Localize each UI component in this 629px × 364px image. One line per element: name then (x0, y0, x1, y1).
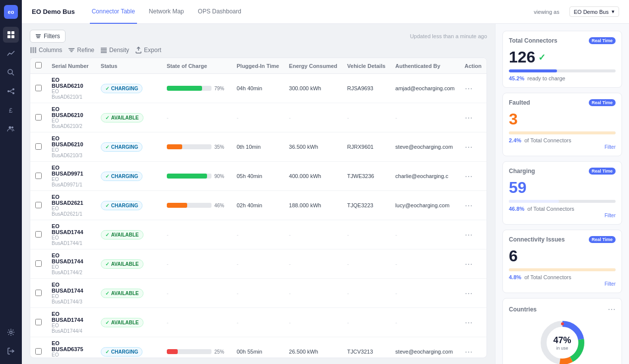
cell-vehicle: TJWE3236 (342, 162, 390, 191)
select-all-checkbox[interactable] (35, 62, 42, 68)
total-connectors-value: 126 ✓ (509, 48, 616, 66)
faulted-sub: 2.4% of Total Connectors Filter (509, 137, 616, 150)
faulted-title: Faulted (509, 99, 530, 106)
sidebar-item-currency[interactable]: £ (3, 102, 19, 118)
refine-button[interactable]: Refine (68, 47, 94, 54)
table-toolbar: Columns Refine Density Export (30, 47, 487, 54)
table-row: EO BUSAD1744 EO BusAD1744/3 ✓ AVAILABLE … (30, 279, 487, 308)
viewing-as-selector[interactable]: EO Demo Bus ▾ (569, 6, 619, 17)
density-button[interactable]: Density (100, 47, 129, 54)
row-checkbox-9[interactable] (35, 348, 42, 355)
cell-vehicle: - (342, 249, 390, 279)
connector-table: Serial Number Status State of Charge Plu… (30, 58, 487, 358)
cell-auth: - (390, 103, 459, 132)
cell-plugged: - (232, 103, 284, 132)
row-checkbox-6[interactable] (35, 260, 42, 267)
row-checkbox-3[interactable] (35, 173, 42, 179)
tab-network-map[interactable]: Network Map (147, 0, 186, 24)
countries-menu-button[interactable]: ⋯ (608, 304, 616, 314)
row-checkbox-2[interactable] (35, 143, 42, 150)
faulted-header: Faulted Real Time (509, 99, 616, 106)
svg-point-7 (12, 88, 14, 90)
svg-text:£: £ (9, 107, 13, 114)
sidebar-item-search[interactable] (3, 64, 19, 80)
svg-point-8 (12, 92, 14, 94)
cell-plugged: 0th 10min (232, 132, 284, 162)
sidebar-item-settings[interactable] (3, 324, 19, 340)
cell-auth: - (390, 308, 459, 337)
cell-serial: EO BUSAD2621 EO BusAD2621/1 (47, 191, 96, 220)
faulted-bar (509, 131, 616, 134)
main-content: EO Demo Bus Connector Table Network Map … (22, 0, 629, 364)
row-checkbox-8[interactable] (35, 319, 42, 325)
columns-button[interactable]: Columns (30, 47, 62, 54)
updated-timestamp: Updated less than a minute ago (410, 33, 487, 39)
cell-serial: EO BUSAD6210 EO BusAD6210/1 (47, 74, 96, 103)
connectivity-filter-link[interactable]: Filter (509, 281, 616, 287)
faulted-filter-link[interactable]: Filter (509, 144, 616, 150)
row-checkbox-0[interactable] (35, 85, 42, 91)
svg-rect-0 (7, 31, 10, 34)
row-action-button-3[interactable]: ⋯ (465, 172, 473, 181)
svg-point-13 (11, 126, 13, 128)
svg-rect-20 (33, 47, 34, 53)
filter-button[interactable]: Filters (30, 30, 66, 43)
cell-vehicle: RJSA9693 (342, 74, 390, 103)
cell-serial: EO BUSAD6210 EO BusAD6210/2 (47, 103, 96, 132)
sidebar-item-logout[interactable] (3, 343, 19, 359)
filter-icon (35, 33, 41, 39)
cell-vehicle: - (342, 220, 390, 249)
app-logo[interactable]: eo (4, 5, 18, 19)
row-checkbox-5[interactable] (35, 231, 42, 238)
row-checkbox-1[interactable] (35, 114, 42, 121)
sidebar-item-chart[interactable] (3, 46, 19, 61)
status-badge: ✓ CHARGING (101, 172, 142, 181)
row-action-button-2[interactable]: ⋯ (465, 143, 473, 151)
row-action-button-7[interactable]: ⋯ (465, 289, 473, 298)
row-action-button-1[interactable]: ⋯ (465, 114, 473, 122)
cell-energy: - (284, 249, 342, 279)
charging-card: Charging Real Time 59 46.8% of Total Con… (502, 161, 622, 225)
row-checkbox-4[interactable] (35, 202, 42, 208)
cell-plugged: 00h 55min (232, 337, 284, 359)
cell-vehicle: - (342, 103, 390, 132)
row-action-button-9[interactable]: ⋯ (465, 348, 473, 356)
cell-soc: 79% (162, 74, 232, 103)
status-badge: ✓ CHARGING (101, 201, 142, 210)
cell-soc: 46% (162, 191, 232, 220)
soc-bar: 25% (167, 349, 227, 355)
cell-action: ⋯ (460, 132, 487, 162)
cell-plugged: 05h 40min (232, 162, 284, 191)
faulted-value: 3 (509, 110, 616, 128)
cell-status: ✓ AVAILABLE (96, 249, 162, 279)
refine-icon (68, 47, 75, 54)
row-checkbox-7[interactable] (35, 290, 42, 296)
row-action-button-8[interactable]: ⋯ (465, 318, 473, 327)
row-action-button-4[interactable]: ⋯ (465, 201, 473, 210)
sidebar-item-grid[interactable] (3, 27, 19, 43)
columns-icon (30, 47, 37, 54)
cell-action: ⋯ (460, 249, 487, 279)
cell-vehicle: TJQE3223 (342, 191, 390, 220)
export-button[interactable]: Export (135, 47, 161, 54)
tab-connector-table[interactable]: Connector Table (90, 0, 137, 24)
row-action-button-5[interactable]: ⋯ (465, 231, 473, 239)
cell-status: ✓ CHARGING (96, 132, 162, 162)
soc-bar: 90% (167, 174, 227, 179)
table-row: EO BUSAD6210 EO BusAD6210/1 ✓ CHARGING 7… (30, 74, 487, 103)
filter-toolbar: Filters Updated less than a minute ago (30, 30, 487, 43)
connectivity-title: Connectivity Issues (509, 236, 565, 243)
tab-ops-dashboard[interactable]: OPS Dashboard (196, 0, 243, 24)
charging-filter-link[interactable]: Filter (509, 213, 616, 218)
cell-status: ✓ AVAILABLE (96, 279, 162, 308)
sidebar-item-users[interactable] (3, 121, 19, 137)
total-connectors-sub: 45.2% ready to charge (509, 75, 616, 81)
cell-action: ⋯ (460, 337, 487, 359)
row-action-button-0[interactable]: ⋯ (465, 84, 473, 93)
svg-rect-3 (11, 35, 14, 38)
row-action-button-6[interactable]: ⋯ (465, 260, 473, 268)
cell-energy: 188.000 kWh (284, 191, 342, 220)
cell-plugged: - (232, 308, 284, 337)
sidebar-item-network[interactable] (3, 83, 19, 99)
cell-soc: - (162, 279, 232, 308)
